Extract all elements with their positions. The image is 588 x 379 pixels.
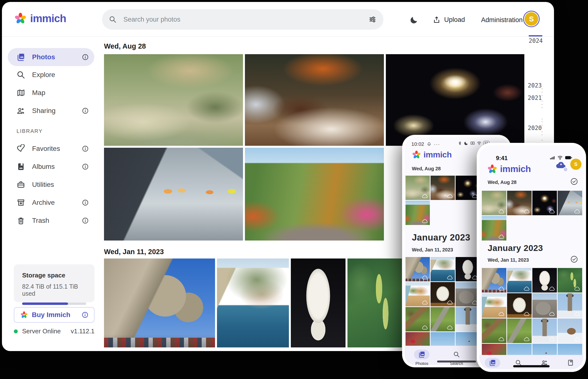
info-icon[interactable]	[82, 107, 89, 114]
phone-nav-photos[interactable]: Photos	[485, 358, 500, 369]
photo-thumbnail-monkeys[interactable]	[482, 191, 506, 215]
photo-thumbnail-dinner[interactable]	[430, 176, 455, 200]
search-icon	[453, 351, 460, 358]
timeline-year-2020[interactable]: 2020	[528, 125, 542, 131]
phone-nav-photos[interactable]: Photos	[414, 350, 429, 365]
photo-thumbnail-sea-grapes[interactable]	[348, 258, 402, 347]
photo-thumbnail-beach-cliff[interactable]	[482, 293, 506, 318]
photo-thumbnail-fireworks[interactable]	[386, 54, 524, 146]
photo-thumbnail-monkeys[interactable]	[104, 54, 243, 146]
photo-thumbnail-sculpture-bust[interactable]	[456, 257, 480, 281]
photo-thumbnail-dinner[interactable]	[245, 54, 384, 146]
photo-thumbnail-hands[interactable]	[558, 191, 582, 215]
sidebar-item-photos[interactable]: Photos	[8, 48, 94, 66]
phone-nav-search[interactable]: Search	[511, 358, 526, 369]
photo-thumbnail-lizard-2[interactable]	[430, 307, 455, 332]
photos-icon	[418, 351, 426, 358]
people-icon	[16, 106, 25, 115]
photo-thumbnail-autumn-path[interactable]	[406, 201, 430, 225]
photo-thumbnail-winter-village[interactable]	[558, 293, 582, 318]
photo-thumbnail-sculpture-bust[interactable]	[532, 268, 557, 293]
cloud-icon	[498, 312, 505, 316]
photo-thumbnail-winter-church[interactable]	[532, 318, 557, 343]
sidebar-item-archive[interactable]: Archive	[8, 194, 94, 212]
timeline-year-2024[interactable]: 2024	[529, 37, 543, 44]
timeline-year-2023[interactable]: 2023	[528, 82, 542, 89]
app-logo-text: immich	[30, 12, 66, 25]
immich-flower-icon	[487, 164, 497, 174]
info-icon[interactable]	[82, 217, 89, 224]
phone-nav-library[interactable]: Library	[563, 358, 578, 369]
photo-thumbnail-coastal-town[interactable]	[507, 268, 532, 293]
photo-thumbnail-castle[interactable]	[482, 268, 506, 293]
info-icon[interactable]	[82, 199, 89, 206]
administration-link[interactable]: Administration	[481, 16, 523, 24]
photo-thumbnail-sculpture-bust[interactable]	[291, 258, 346, 347]
photo-thumbnail-dinner[interactable]	[507, 191, 532, 215]
sidebar-item-albums[interactable]: Albums	[8, 158, 94, 176]
administration-label: Administration	[481, 16, 523, 24]
photo-thumbnail-beach-cliff[interactable]	[406, 282, 430, 306]
upload-button[interactable]: Upload	[432, 16, 465, 24]
tune-icon[interactable]	[368, 15, 377, 24]
timeline-scrubber[interactable]: 2024 2023 2021 2020	[524, 33, 554, 150]
sidebar-item-sharing[interactable]: Sharing	[8, 102, 94, 120]
photo-thumbnail-coastal-town[interactable]	[430, 257, 455, 281]
photo-thumbnail-fireworks[interactable]	[532, 191, 557, 215]
search-bar[interactable]	[102, 9, 383, 30]
photo-thumbnail-rock-sculpture[interactable]	[507, 293, 532, 318]
photo-thumbnail-lizard[interactable]	[406, 307, 430, 332]
timeline-year-2021[interactable]: 2021	[528, 95, 542, 101]
info-icon[interactable]	[82, 145, 89, 152]
immich-flower-icon	[20, 311, 28, 319]
theme-toggle-button[interactable]	[410, 16, 418, 24]
phone1-date-aug28: Wed, Aug 28	[412, 166, 441, 172]
phone-nav-search[interactable]: Search	[449, 350, 464, 365]
select-all-check-icon[interactable]	[570, 178, 578, 185]
sidebar-item-utilities[interactable]: Utilities	[8, 176, 94, 194]
photo-thumbnail-snow-house[interactable]	[558, 318, 582, 343]
sidebar-item-trash[interactable]: Trash	[8, 212, 94, 230]
cloud-sync-icon[interactable]	[555, 161, 567, 171]
search-input[interactable]	[123, 16, 362, 24]
photo-thumbnail-ruins[interactable]	[532, 293, 557, 318]
photo-thumbnail-lizard[interactable]	[482, 318, 506, 343]
photo-thumbnail-sea-grapes[interactable]	[558, 268, 582, 293]
photo-thumbnail-autumn-path[interactable]	[482, 216, 506, 240]
photo-thumbnail-lizard-2[interactable]	[507, 318, 532, 343]
phone2-date-jan11: Wed, Jan 11, 2023	[488, 257, 529, 263]
photo-thumbnail-hands[interactable]	[104, 148, 243, 240]
info-icon[interactable]	[81, 311, 89, 318]
sidebar-item-favorites[interactable]: Favorites	[8, 140, 94, 158]
sidebar-item-explore[interactable]: Explore	[8, 66, 94, 84]
photo-thumbnail-castle[interactable]	[406, 257, 430, 281]
date-header-jan11: Wed, Jan 11, 2023	[104, 248, 164, 256]
photos-icon	[16, 53, 25, 62]
photo-thumbnail-monkeys[interactable]	[406, 176, 430, 200]
search-icon	[16, 70, 25, 79]
photo-thumbnail-fireworks[interactable]	[456, 176, 480, 200]
sidebar-item-map[interactable]: Map	[8, 84, 94, 102]
home-indicator	[513, 365, 550, 367]
info-icon[interactable]	[82, 163, 89, 170]
user-avatar[interactable]: S	[523, 11, 540, 27]
photo-thumbnail-coastal-town[interactable]	[217, 258, 289, 347]
cloud-icon	[498, 234, 505, 239]
phone2-user-avatar[interactable]: S	[570, 159, 581, 170]
phone-nav-sharing[interactable]: Sharing	[537, 358, 552, 369]
photo-thumbnail-rock-sculpture[interactable]	[430, 282, 455, 306]
storage-progress-track	[22, 302, 86, 305]
cloud-icon	[549, 337, 555, 342]
photo-thumbnail-castle[interactable]	[104, 258, 215, 347]
photo-thumbnail-ruins[interactable]	[456, 282, 480, 306]
book-icon	[567, 359, 574, 366]
info-icon[interactable]	[82, 53, 89, 61]
header-divider	[2, 36, 554, 37]
buy-immich-label: Buy Immich	[32, 311, 78, 319]
app-logo[interactable]: immich	[14, 12, 66, 25]
select-all-check-icon[interactable]	[570, 255, 578, 263]
buy-immich-button[interactable]: Buy Immich	[14, 307, 95, 323]
photo-thumbnail-winter-village[interactable]	[456, 307, 480, 332]
photo-thumbnail-autumn-path[interactable]	[245, 148, 384, 240]
phone1-date-jan11: Wed, Jan 11, 2023	[412, 247, 453, 253]
